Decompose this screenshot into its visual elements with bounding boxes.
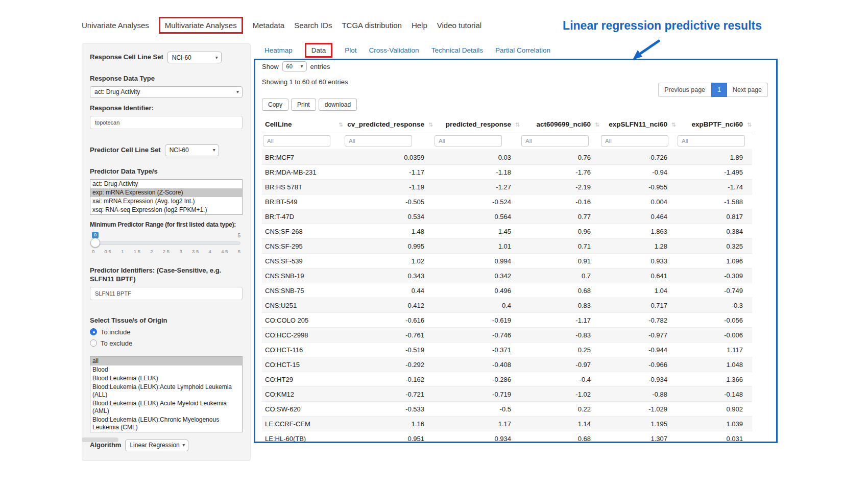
column-filter-cellline[interactable] [263, 135, 330, 147]
tissue-list[interactable]: allBloodBlood:Leukemia (LEUK)Blood:Leuke… [90, 356, 243, 432]
page-1-button[interactable]: 1 [711, 83, 727, 97]
algorithm-label: Algorithm [90, 441, 121, 450]
radio-button-icon[interactable] [90, 328, 97, 335]
predictor-data-type-option[interactable]: act: Drug Activity [90, 180, 242, 188]
nav-item-metadata[interactable]: Metadata [253, 20, 285, 31]
table-row[interactable]: CO:COLO 205-0.616-0.619-1.17-0.782-0.056 [262, 313, 752, 328]
response-identifier-input[interactable] [90, 116, 243, 129]
tissue-option[interactable]: Blood:Leukemia (LEUK) [90, 374, 242, 383]
column-header-predicted-response[interactable]: predicted_response⇅ [433, 116, 520, 133]
sort-icon[interactable]: ⇅ [339, 121, 343, 128]
tab-cross-validation[interactable]: Cross-Validation [369, 46, 419, 54]
predictor-data-type-option[interactable]: xai: mRNA Expression (Avg. log2 Int.) [90, 197, 242, 206]
table-row[interactable]: CO:HCT-116-0.519-0.3710.25-0.9441.117 [262, 343, 752, 357]
response-data-type-select[interactable]: act: Drug Activity ▾ [90, 86, 243, 98]
value-cell: 0.717 [600, 298, 677, 313]
column-filter-cv-predicted-response[interactable] [345, 135, 412, 147]
sort-icon[interactable]: ⇅ [747, 121, 752, 128]
table-row[interactable]: CO:SW-620-0.533-0.50.22-1.0290.902 [262, 402, 752, 417]
previous-page-button[interactable]: Previous page [658, 83, 711, 97]
nav-item-help[interactable]: Help [412, 20, 427, 31]
tab-heatmap[interactable]: Heatmap [264, 46, 293, 54]
value-cell: -1.17 [520, 313, 600, 328]
tab-plot[interactable]: Plot [345, 46, 356, 54]
radio-button-icon[interactable] [90, 339, 97, 347]
column-header-cellline[interactable]: CellLine⇅ [262, 116, 344, 133]
download-button[interactable]: download [319, 99, 357, 111]
slider-handle[interactable] [90, 238, 100, 248]
cellline-cell: CNS:SF-295 [262, 239, 344, 254]
value-cell: 0.77 [520, 209, 600, 224]
show-entries-prefix: Show [262, 63, 279, 70]
table-row[interactable]: CNS:U2510.4120.40.830.717-0.3 [262, 298, 752, 313]
tab-data[interactable]: Data [305, 43, 333, 58]
slider-tick-label: 1.5 [134, 249, 140, 254]
sort-icon[interactable]: ⇅ [428, 121, 433, 128]
tissue-option[interactable]: Blood:Leukemia (LEUK):Acute Lymphoid Leu… [90, 383, 242, 399]
table-row[interactable]: CO:KM12-0.721-0.719-1.02-0.88-0.148 [262, 387, 752, 402]
tab-partial-correlation[interactable]: Partial Correlation [495, 46, 550, 54]
table-row[interactable]: LE:CCRF-CEM1.161.171.141.1951.039 [262, 417, 752, 431]
radio-to-exclude[interactable]: To exclude [90, 339, 243, 347]
nav-item-video-tutorial[interactable]: Video tutorial [437, 20, 481, 31]
column-filter-predicted-response[interactable] [435, 135, 502, 147]
tissue-option[interactable]: Blood:Leukemia (LEUK):Chronic Myelogenou… [90, 416, 242, 432]
table-row[interactable]: CNS:SF-2681.481.450.961.8630.384 [262, 224, 752, 239]
tissue-option[interactable]: Blood:Leukemia (LEUK):Acute Myeloid Leuk… [90, 399, 242, 416]
value-cell: -0.782 [600, 313, 677, 328]
table-row[interactable]: CNS:SNB-750.440.4960.681.04-0.749 [262, 283, 752, 298]
copy-button[interactable]: Copy [262, 99, 288, 111]
filter-cell [344, 133, 433, 150]
table-row[interactable]: BR:T-47D0.5340.5640.770.4640.817 [262, 209, 752, 224]
nav-item-tcga-distribution[interactable]: TCGA distribution [342, 20, 402, 31]
predictor-identifiers-input[interactable] [90, 287, 243, 300]
table-row[interactable]: CO:HCT-15-0.292-0.408-0.97-0.9661.048 [262, 357, 752, 372]
response-cell-line-set-select[interactable]: NCI-60 ▾ [167, 52, 222, 63]
value-cell: 0.325 [677, 239, 752, 254]
predictor-data-type-option[interactable]: xsq: RNA-seq Expression (log2 FPKM+1.) [90, 206, 242, 214]
column-header-act609699-nci60[interactable]: act609699_nci60⇅ [520, 116, 600, 133]
table-row[interactable]: CO:HCC-2998-0.761-0.746-0.83-0.977-0.006 [262, 328, 752, 343]
table-row[interactable]: CNS:SNB-190.3430.3420.70.641-0.309 [262, 269, 752, 283]
tissue-option[interactable]: Blood [90, 365, 242, 374]
sort-icon[interactable]: ⇅ [671, 121, 676, 128]
show-entries-select[interactable]: 60 ▾ [282, 61, 307, 71]
value-cell: 1.28 [600, 239, 677, 254]
predictor-cell-line-set-select[interactable]: NCI-60 ▾ [165, 144, 219, 156]
value-cell: 1.16 [344, 417, 433, 431]
column-header-expbptf-nci60[interactable]: expBPTF_nci60⇅ [677, 116, 752, 133]
nav-item-multivariate-analyses[interactable]: Multivariate Analyses [159, 17, 243, 34]
sort-icon[interactable]: ⇅ [595, 121, 599, 128]
table-row[interactable]: BR:MDA-MB-231-1.17-1.18-1.76-0.94-1.495 [262, 165, 752, 180]
column-header-cv-predicted-response[interactable]: cv_predicted_response⇅ [344, 116, 433, 133]
table-row[interactable]: CNS:SF-2950.9951.010.711.280.325 [262, 239, 752, 254]
algorithm-select[interactable]: Linear Regression ▾ [125, 440, 188, 451]
column-filter-expslfn11-nci60[interactable] [601, 135, 668, 147]
sort-icon[interactable]: ⇅ [515, 121, 520, 128]
nav-item-search-ids[interactable]: Search IDs [294, 20, 332, 31]
cellline-cell: CO:HT29 [262, 372, 344, 387]
value-cell: 0.934 [433, 431, 520, 444]
tab-technical-details[interactable]: Technical Details [431, 46, 483, 54]
table-row[interactable]: BR:BT-549-0.505-0.524-0.160.004-1.588 [262, 194, 752, 209]
predictor-data-type-option[interactable]: exp: mRNA Expression (Z-Score) [90, 188, 242, 197]
tissue-option[interactable]: all [90, 357, 242, 365]
table-row[interactable]: LE:HL-60(TB)0.9510.9340.681.3070.031 [262, 431, 752, 444]
table-row[interactable]: BR:HS 578T-1.19-1.27-2.19-0.955-1.74 [262, 180, 752, 194]
print-button[interactable]: Print [291, 99, 316, 111]
column-filter-act609699-nci60[interactable] [521, 135, 589, 147]
column-header-expslfn11-nci60[interactable]: expSLFN11_nci60⇅ [600, 116, 677, 133]
select-value: Linear Regression [130, 442, 179, 449]
table-row[interactable]: BR:MCF70.03590.030.76-0.7261.89 [262, 150, 752, 165]
table-row[interactable]: CO:HT29-0.162-0.286-0.4-0.9341.366 [262, 372, 752, 387]
slider-track[interactable] [92, 241, 240, 245]
min-range-slider[interactable]: 0 5 00.511.522.533.544.55 [92, 232, 240, 254]
nav-item-univariate-analyses[interactable]: Univariate Analyses [82, 20, 149, 31]
column-filter-expbptf-nci60[interactable] [678, 135, 745, 147]
predictor-data-type-list[interactable]: act: Drug Activityexp: mRNA Expression (… [90, 179, 243, 215]
radio-to-include[interactable]: To include [90, 328, 243, 336]
next-page-button[interactable]: Next page [727, 83, 768, 97]
value-cell: 0.4 [433, 298, 520, 313]
filter-cell [262, 133, 344, 150]
table-row[interactable]: CNS:SF-5391.020.9940.910.9331.096 [262, 254, 752, 269]
